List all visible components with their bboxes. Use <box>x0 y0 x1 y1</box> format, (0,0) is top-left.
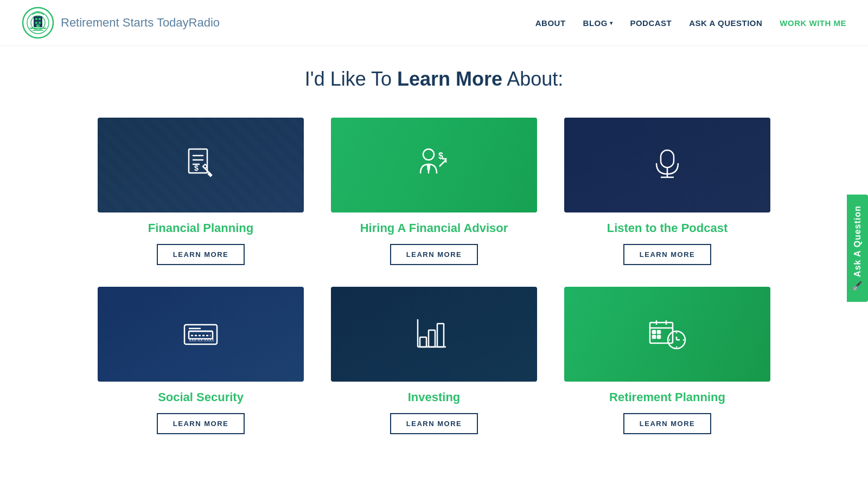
nav-podcast[interactable]: PODCAST <box>630 18 672 28</box>
card-podcast: Listen to the Podcast LEARN MORE <box>564 118 770 265</box>
logo-text-main: Retirement Starts Today <box>61 16 189 29</box>
card-btn-investing[interactable]: LEARN MORE <box>390 413 478 434</box>
cards-grid: $ Financial Planning LEARN MORE <box>98 118 770 434</box>
logo-text: Retirement Starts TodayRadio <box>61 16 220 30</box>
nav-ask-question[interactable]: ASK A QUESTION <box>689 18 762 28</box>
card-title-social-security: Social Security <box>158 390 244 404</box>
blog-chevron-icon: ▾ <box>610 20 613 26</box>
card-title-hiring-advisor: Hiring A Financial Advisor <box>360 221 508 235</box>
card-btn-hiring-advisor[interactable]: LEARN MORE <box>390 244 478 265</box>
card-image-financial-planning: $ <box>98 118 304 212</box>
card-investing: Investing LEARN MORE <box>331 287 537 434</box>
svg-text:XXX-XX-XXXX: XXX-XX-XXXX <box>189 338 214 342</box>
site-logo[interactable]: Retirement Starts TodayRadio <box>22 7 220 39</box>
card-image-podcast <box>564 118 770 212</box>
document-dollar-icon: $ <box>179 144 222 187</box>
svg-marker-18 <box>208 173 212 176</box>
svg-rect-42 <box>653 331 655 333</box>
nav-blog[interactable]: BLOG ▾ <box>583 18 613 28</box>
card-hiring-advisor: $ Hiring A Financial Advisor LEARN MORE <box>331 118 537 265</box>
main-nav: ABOUT BLOG ▾ PODCAST ASK A QUESTION WORK… <box>535 18 846 28</box>
svg-rect-34 <box>429 330 435 347</box>
nav-work-with-me[interactable]: WORK WITH ME <box>780 18 846 28</box>
card-image-hiring-advisor: $ <box>331 118 537 212</box>
social-security-card-icon: XXX-XX-XXXX <box>179 313 222 356</box>
calendar-clock-icon <box>646 313 689 356</box>
svg-text:$: $ <box>194 164 199 172</box>
card-btn-retirement-planning[interactable]: LEARN MORE <box>623 413 711 434</box>
main-content: I'd Like To Learn More About: $ Financia… <box>54 46 814 467</box>
card-social-security: XXX-XX-XXXX Social Security LEARN MORE <box>98 287 304 434</box>
card-title-investing: Investing <box>408 390 461 404</box>
svg-rect-7 <box>39 22 41 24</box>
card-financial-planning: $ Financial Planning LEARN MORE <box>98 118 304 265</box>
card-title-podcast: Listen to the Podcast <box>607 221 727 235</box>
svg-rect-8 <box>36 24 40 27</box>
page-headline: I'd Like To Learn More About: <box>98 68 770 91</box>
svg-rect-6 <box>35 22 37 24</box>
card-image-investing <box>331 287 537 382</box>
logo-text-sub: Radio <box>189 16 220 29</box>
logo-icon <box>22 7 54 39</box>
microphone-icon <box>646 144 689 187</box>
card-title-financial-planning: Financial Planning <box>148 221 253 235</box>
card-btn-financial-planning[interactable]: LEARN MORE <box>157 244 245 265</box>
card-btn-podcast[interactable]: LEARN MORE <box>623 244 711 265</box>
card-title-retirement-planning: Retirement Planning <box>609 390 725 404</box>
person-dollar-icon: $ <box>412 144 456 187</box>
svg-rect-45 <box>658 336 660 338</box>
card-retirement-planning: Retirement Planning LEARN MORE <box>564 287 770 434</box>
svg-rect-4 <box>35 18 37 20</box>
site-header: Retirement Starts TodayRadio ABOUT BLOG … <box>0 0 868 46</box>
svg-line-23 <box>439 160 446 166</box>
ask-question-sidebar[interactable]: 🎤 Ask A Question <box>847 195 868 302</box>
svg-rect-44 <box>653 336 655 338</box>
svg-marker-21 <box>427 165 430 170</box>
svg-rect-24 <box>661 150 674 168</box>
nav-about[interactable]: ABOUT <box>535 18 566 28</box>
svg-rect-33 <box>420 337 426 347</box>
bar-chart-icon <box>412 313 456 356</box>
svg-rect-35 <box>437 324 444 347</box>
svg-rect-43 <box>658 331 660 333</box>
card-image-social-security: XXX-XX-XXXX <box>98 287 304 382</box>
svg-point-19 <box>423 149 434 160</box>
card-image-retirement-planning <box>564 287 770 382</box>
card-btn-social-security[interactable]: LEARN MORE <box>157 413 245 434</box>
svg-rect-5 <box>39 18 41 20</box>
